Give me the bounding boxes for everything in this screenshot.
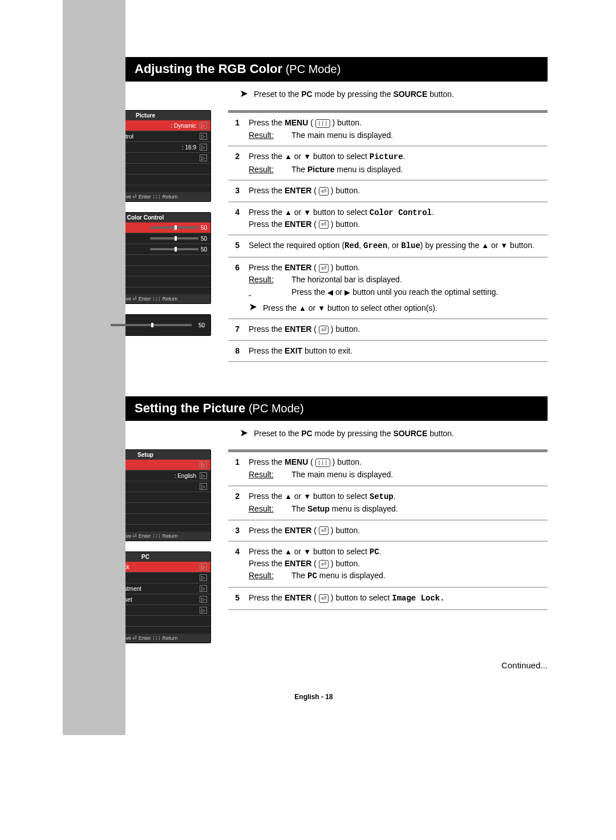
step-body: Press the EXIT button to exit.: [249, 346, 548, 357]
step: 8Press the EXIT button to exit.: [228, 341, 548, 363]
step-body: Press the ENTER ( ⏎ ) button to select I…: [249, 593, 548, 604]
step-number: 6: [228, 262, 240, 314]
title-bold: Setting the Picture: [135, 401, 245, 415]
title-bold: Adjusting the RGB Color: [135, 62, 282, 76]
step-number: 5: [228, 593, 240, 604]
intro-line-1: ➤ Preset to the PC mode by pressing the …: [240, 90, 548, 99]
intro-text: Preset to the PC mode by pressing the SO…: [254, 429, 454, 438]
step: 1Press the MENU ( ⫶⫶⫶ ) button.Result:Th…: [228, 113, 548, 147]
step: 2Press the ▲ or ▼ button to select Setup…: [228, 486, 548, 521]
step-number: 1: [228, 117, 240, 141]
pointer-icon: ➤: [240, 90, 248, 98]
step: 3Press the ENTER ( ⏎ ) button.: [228, 181, 548, 202]
pointer-icon: ➤: [240, 429, 248, 437]
step: 6Press the ENTER ( ⏎ ) button.Result:The…: [228, 258, 548, 319]
section-title-rgb: Adjusting the RGB Color (PC Mode): [125, 57, 548, 82]
step-number: 3: [228, 525, 240, 537]
steps-list-1: 1Press the MENU ( ⫶⫶⫶ ) button.Result:Th…: [228, 110, 548, 362]
step-number: 5: [228, 240, 240, 252]
step-number: 2: [228, 151, 240, 175]
step-body: Press the ▲ or ▼ button to select Color …: [249, 207, 548, 230]
step-body: Press the ▲ or ▼ button to select Pictur…: [249, 151, 548, 175]
step-body: Press the ENTER ( ⏎ ) button.: [249, 185, 548, 197]
page-footer: English - 18: [80, 693, 548, 701]
step-body: Press the ▲ or ▼ button to select PC.Pre…: [249, 546, 548, 582]
step-body: Select the required option (Red, Green, …: [249, 240, 548, 252]
step: 3Press the ENTER ( ⏎ ) button.: [228, 521, 548, 542]
step: 4Press the ▲ or ▼ button to select PC.Pr…: [228, 542, 548, 588]
section-title-picture: Setting the Picture (PC Mode): [125, 396, 548, 421]
intro-text: Preset to the PC mode by pressing the SO…: [254, 90, 454, 99]
steps-list-2: 1Press the MENU ( ⫶⫶⫶ ) button.Result:Th…: [228, 449, 548, 610]
pointer-icon: ➤: [249, 303, 257, 314]
step-number: 4: [228, 207, 240, 230]
step: 7Press the ENTER ( ⏎ ) button.: [228, 319, 548, 341]
step: 5Select the required option (Red, Green,…: [228, 236, 548, 258]
step-number: 7: [228, 324, 240, 335]
step-number: 2: [228, 491, 240, 515]
step-number: 1: [228, 457, 240, 480]
step-number: 8: [228, 346, 240, 357]
step-number: 3: [228, 185, 240, 197]
step: 5Press the ENTER ( ⏎ ) button to select …: [228, 588, 548, 610]
step: 1Press the MENU ( ⫶⫶⫶ ) button.Result:Th…: [228, 452, 548, 486]
title-suffix: (PC Mode): [245, 402, 303, 415]
step: 4Press the ▲ or ▼ button to select Color…: [228, 202, 548, 236]
step-body: Press the ▲ or ▼ button to select Setup.…: [249, 491, 548, 515]
title-suffix: (PC Mode): [282, 63, 341, 75]
step-body: Press the ENTER ( ⏎ ) button.: [249, 324, 548, 335]
step-body: Press the MENU ( ⫶⫶⫶ ) button.Result:The…: [249, 117, 548, 141]
step: 2Press the ▲ or ▼ button to select Pictu…: [228, 147, 548, 181]
step-body: Press the ENTER ( ⏎ ) button.: [249, 525, 548, 537]
step-number: 4: [228, 546, 240, 582]
step-body: Press the ENTER ( ⏎ ) button.Result:The …: [249, 262, 548, 314]
step-body: Press the MENU ( ⫶⫶⫶ ) button.Result:The…: [249, 457, 548, 480]
continued-label: Continued...: [240, 660, 548, 670]
intro-line-2: ➤ Preset to the PC mode by pressing the …: [240, 429, 548, 438]
